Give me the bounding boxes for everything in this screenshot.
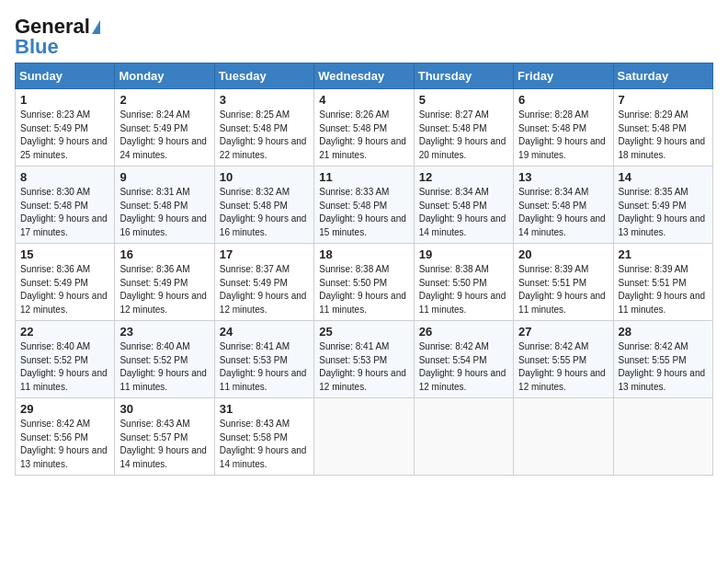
calendar-cell	[613, 398, 712, 476]
weekday-tuesday: Tuesday	[214, 63, 313, 89]
day-number: 19	[419, 247, 508, 261]
week-row-4: 22 Sunrise: 8:40 AMSunset: 5:52 PMDaylig…	[16, 321, 713, 398]
day-number: 11	[319, 170, 408, 184]
day-number: 17	[220, 247, 309, 261]
calendar-cell: 13 Sunrise: 8:34 AMSunset: 5:48 PMDaylig…	[514, 167, 613, 244]
logo-triangle-icon	[92, 20, 100, 34]
day-info: Sunrise: 8:42 AMSunset: 5:55 PMDaylight:…	[619, 341, 706, 392]
day-info: Sunrise: 8:29 AMSunset: 5:48 PMDaylight:…	[619, 109, 706, 160]
day-info: Sunrise: 8:39 AMSunset: 5:51 PMDaylight:…	[518, 264, 606, 315]
calendar-cell: 23 Sunrise: 8:40 AMSunset: 5:52 PMDaylig…	[115, 321, 214, 398]
day-info: Sunrise: 8:39 AMSunset: 5:51 PMDaylight:…	[619, 264, 706, 315]
calendar-cell: 1 Sunrise: 8:23 AMSunset: 5:49 PMDayligh…	[16, 89, 115, 167]
page-header: General Blue	[15, 15, 713, 59]
day-number: 3	[220, 93, 309, 107]
day-info: Sunrise: 8:30 AMSunset: 5:48 PMDaylight:…	[20, 187, 108, 237]
day-number: 20	[518, 247, 608, 261]
day-number: 9	[119, 170, 209, 184]
calendar-cell: 14 Sunrise: 8:35 AMSunset: 5:49 PMDaylig…	[613, 167, 712, 244]
day-number: 5	[419, 93, 508, 107]
day-info: Sunrise: 8:25 AMSunset: 5:48 PMDaylight:…	[220, 109, 307, 160]
logo: General Blue	[15, 15, 100, 59]
calendar-cell: 24 Sunrise: 8:41 AMSunset: 5:53 PMDaylig…	[214, 321, 313, 398]
calendar-cell: 31 Sunrise: 8:43 AMSunset: 5:58 PMDaylig…	[214, 398, 313, 476]
day-info: Sunrise: 8:42 AMSunset: 5:54 PMDaylight:…	[419, 341, 506, 392]
day-number: 27	[518, 325, 608, 339]
day-info: Sunrise: 8:32 AMSunset: 5:48 PMDaylight:…	[220, 187, 307, 237]
day-info: Sunrise: 8:34 AMSunset: 5:48 PMDaylight:…	[518, 187, 606, 237]
day-number: 29	[20, 402, 109, 416]
calendar-cell: 16 Sunrise: 8:36 AMSunset: 5:49 PMDaylig…	[115, 244, 214, 321]
day-info: Sunrise: 8:31 AMSunset: 5:48 PMDaylight:…	[119, 187, 207, 237]
day-number: 23	[119, 325, 209, 339]
weekday-header-row: SundayMondayTuesdayWednesdayThursdayFrid…	[16, 63, 713, 89]
calendar-cell: 26 Sunrise: 8:42 AMSunset: 5:54 PMDaylig…	[414, 321, 513, 398]
day-info: Sunrise: 8:40 AMSunset: 5:52 PMDaylight:…	[20, 341, 108, 392]
calendar-cell: 4 Sunrise: 8:26 AMSunset: 5:48 PMDayligh…	[314, 89, 414, 167]
day-info: Sunrise: 8:35 AMSunset: 5:49 PMDaylight:…	[619, 187, 706, 237]
week-row-5: 29 Sunrise: 8:42 AMSunset: 5:56 PMDaylig…	[16, 398, 713, 476]
day-number: 24	[220, 325, 309, 339]
weekday-monday: Monday	[115, 63, 214, 89]
week-row-1: 1 Sunrise: 8:23 AMSunset: 5:49 PMDayligh…	[16, 89, 713, 167]
day-info: Sunrise: 8:38 AMSunset: 5:50 PMDaylight:…	[319, 264, 406, 315]
day-info: Sunrise: 8:41 AMSunset: 5:53 PMDaylight:…	[220, 341, 307, 392]
calendar-cell: 28 Sunrise: 8:42 AMSunset: 5:55 PMDaylig…	[613, 321, 712, 398]
calendar-cell: 10 Sunrise: 8:32 AMSunset: 5:48 PMDaylig…	[214, 167, 313, 244]
calendar-cell: 9 Sunrise: 8:31 AMSunset: 5:48 PMDayligh…	[115, 167, 214, 244]
day-number: 16	[119, 247, 209, 261]
calendar-cell: 11 Sunrise: 8:33 AMSunset: 5:48 PMDaylig…	[314, 167, 414, 244]
calendar-cell: 20 Sunrise: 8:39 AMSunset: 5:51 PMDaylig…	[514, 244, 613, 321]
day-number: 22	[20, 325, 109, 339]
calendar-cell	[514, 398, 613, 476]
weekday-sunday: Sunday	[16, 63, 115, 89]
calendar-cell: 25 Sunrise: 8:41 AMSunset: 5:53 PMDaylig…	[314, 321, 414, 398]
week-row-3: 15 Sunrise: 8:36 AMSunset: 5:49 PMDaylig…	[16, 244, 713, 321]
calendar-cell: 17 Sunrise: 8:37 AMSunset: 5:49 PMDaylig…	[214, 244, 313, 321]
day-info: Sunrise: 8:27 AMSunset: 5:48 PMDaylight:…	[419, 109, 506, 160]
day-number: 4	[319, 93, 408, 107]
day-info: Sunrise: 8:42 AMSunset: 5:56 PMDaylight:…	[20, 419, 108, 469]
calendar-cell: 29 Sunrise: 8:42 AMSunset: 5:56 PMDaylig…	[16, 398, 115, 476]
day-info: Sunrise: 8:23 AMSunset: 5:49 PMDaylight:…	[20, 109, 108, 160]
day-info: Sunrise: 8:42 AMSunset: 5:55 PMDaylight:…	[518, 341, 606, 392]
day-number: 21	[619, 247, 708, 261]
calendar-cell: 18 Sunrise: 8:38 AMSunset: 5:50 PMDaylig…	[314, 244, 414, 321]
day-number: 1	[20, 93, 109, 107]
calendar-cell: 27 Sunrise: 8:42 AMSunset: 5:55 PMDaylig…	[514, 321, 613, 398]
calendar-cell: 6 Sunrise: 8:28 AMSunset: 5:48 PMDayligh…	[514, 89, 613, 167]
day-number: 2	[119, 93, 209, 107]
day-number: 8	[20, 170, 109, 184]
calendar-table: SundayMondayTuesdayWednesdayThursdayFrid…	[15, 63, 713, 476]
calendar-cell: 30 Sunrise: 8:43 AMSunset: 5:57 PMDaylig…	[115, 398, 214, 476]
calendar-cell: 21 Sunrise: 8:39 AMSunset: 5:51 PMDaylig…	[613, 244, 712, 321]
day-number: 30	[119, 402, 209, 416]
day-info: Sunrise: 8:28 AMSunset: 5:48 PMDaylight:…	[518, 109, 606, 160]
week-row-2: 8 Sunrise: 8:30 AMSunset: 5:48 PMDayligh…	[16, 167, 713, 244]
calendar-cell: 7 Sunrise: 8:29 AMSunset: 5:48 PMDayligh…	[613, 89, 712, 167]
calendar-body: 1 Sunrise: 8:23 AMSunset: 5:49 PMDayligh…	[16, 89, 713, 476]
day-info: Sunrise: 8:37 AMSunset: 5:49 PMDaylight:…	[220, 264, 307, 315]
day-number: 25	[319, 325, 408, 339]
day-number: 28	[619, 325, 708, 339]
day-info: Sunrise: 8:33 AMSunset: 5:48 PMDaylight:…	[319, 187, 406, 237]
calendar-cell: 3 Sunrise: 8:25 AMSunset: 5:48 PMDayligh…	[214, 89, 313, 167]
day-number: 18	[319, 247, 408, 261]
calendar-cell	[414, 398, 513, 476]
day-number: 26	[419, 325, 508, 339]
weekday-friday: Friday	[514, 63, 613, 89]
weekday-thursday: Thursday	[414, 63, 513, 89]
day-info: Sunrise: 8:40 AMSunset: 5:52 PMDaylight:…	[119, 341, 207, 392]
day-info: Sunrise: 8:26 AMSunset: 5:48 PMDaylight:…	[319, 109, 406, 160]
logo-blue: Blue	[15, 35, 59, 59]
day-info: Sunrise: 8:24 AMSunset: 5:49 PMDaylight:…	[119, 109, 207, 160]
calendar-cell: 2 Sunrise: 8:24 AMSunset: 5:49 PMDayligh…	[115, 89, 214, 167]
calendar-cell: 15 Sunrise: 8:36 AMSunset: 5:49 PMDaylig…	[16, 244, 115, 321]
weekday-saturday: Saturday	[613, 63, 712, 89]
calendar-cell: 19 Sunrise: 8:38 AMSunset: 5:50 PMDaylig…	[414, 244, 513, 321]
day-info: Sunrise: 8:36 AMSunset: 5:49 PMDaylight:…	[20, 264, 108, 315]
day-info: Sunrise: 8:41 AMSunset: 5:53 PMDaylight:…	[319, 341, 406, 392]
calendar-cell: 12 Sunrise: 8:34 AMSunset: 5:48 PMDaylig…	[414, 167, 513, 244]
day-number: 14	[619, 170, 708, 184]
day-number: 12	[419, 170, 508, 184]
